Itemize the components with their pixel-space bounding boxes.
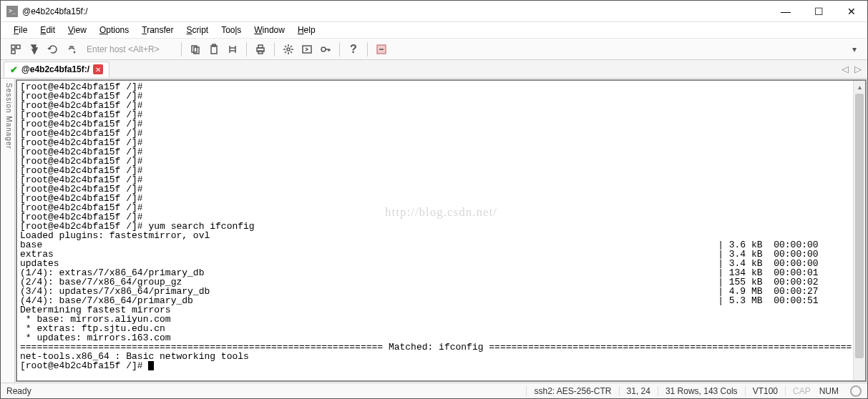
status-dimensions: 31 Rows, 143 Cols — [658, 386, 745, 396]
key-icon[interactable] — [318, 41, 333, 57]
session-tab[interactable]: ✔ @e4b2c4bfa15f:/ ✕ — [4, 61, 109, 77]
quick-connect-icon[interactable] — [26, 41, 42, 57]
menu-edit[interactable]: Edit — [40, 25, 55, 35]
svg-rect-1 — [16, 45, 20, 49]
menu-help[interactable]: Help — [298, 25, 316, 35]
copy-icon[interactable] — [187, 41, 203, 57]
status-num: NUM — [818, 386, 846, 396]
tab-close-icon[interactable]: ✕ — [93, 64, 103, 74]
menu-file[interactable]: File — [14, 25, 27, 35]
settings-icon[interactable] — [281, 41, 296, 57]
maximize-button[interactable]: ☐ — [809, 6, 829, 17]
app-icon — [6, 6, 18, 17]
menu-transfer[interactable]: Transfer — [142, 25, 173, 35]
toolbar-overflow-icon[interactable]: ▾ — [849, 44, 860, 54]
toolbar: Enter host <Alt+R> ? ▾ — [1, 39, 867, 60]
svg-point-10 — [287, 48, 290, 51]
title-bar[interactable]: @e4b2c4bfa15f:/ — ☐ ✕ — [1, 1, 867, 22]
svg-rect-8 — [258, 45, 263, 48]
tab-next-icon[interactable]: ▷ — [852, 64, 864, 74]
menu-window[interactable]: Window — [254, 25, 285, 35]
status-indicator-icon — [850, 385, 862, 397]
status-bar: Ready ssh2: AES-256-CTR 31, 24 31 Rows, … — [1, 383, 867, 398]
menu-view[interactable]: View — [68, 25, 87, 35]
scroll-thumb[interactable] — [855, 94, 864, 358]
session-manager-icon[interactable] — [8, 41, 24, 57]
minimize-button[interactable]: — — [776, 6, 796, 17]
menu-options[interactable]: Options — [99, 25, 129, 35]
menu-script[interactable]: Script — [187, 25, 209, 35]
menu-tools[interactable]: Tools — [221, 25, 241, 35]
tab-bar: ✔ @e4b2c4bfa15f:/ ✕ ◁ ▷ — [1, 60, 867, 79]
svg-rect-0 — [11, 45, 15, 49]
tab-prev-icon[interactable]: ◁ — [839, 64, 852, 74]
help-icon[interactable]: ? — [346, 41, 361, 57]
find-icon[interactable] — [225, 41, 240, 57]
terminal-pane[interactable]: [root@e4b2c4bfa15f /]# [root@e4b2c4bfa15… — [16, 79, 867, 382]
tab-label: @e4b2c4bfa15f:/ — [21, 64, 89, 74]
status-cursor-pos: 31, 24 — [619, 386, 658, 396]
status-term-type: VT100 — [745, 386, 785, 396]
svg-rect-2 — [11, 50, 15, 54]
status-cipher: ssh2: AES-256-CTR — [526, 386, 618, 396]
new-session-icon[interactable] — [299, 41, 315, 57]
svg-rect-9 — [258, 51, 263, 54]
toggle-icon[interactable] — [374, 41, 389, 57]
paste-icon[interactable] — [206, 41, 222, 57]
window-title: @e4b2c4bfa15f:/ — [22, 6, 776, 16]
close-button[interactable]: ✕ — [842, 6, 862, 17]
print-icon[interactable] — [253, 41, 268, 57]
session-manager-sidebar[interactable]: Session Manager — [1, 79, 15, 383]
svg-point-12 — [321, 47, 326, 51]
connected-check-icon: ✔ — [10, 64, 18, 75]
menu-bar: File Edit View Options Transfer Script T… — [1, 22, 867, 39]
scroll-up-icon[interactable]: ▴ — [854, 81, 865, 93]
scrollbar[interactable]: ▴ — [853, 81, 865, 380]
status-ready: Ready — [6, 386, 39, 396]
app-window: @e4b2c4bfa15f:/ — ☐ ✕ File Edit View Opt… — [0, 0, 868, 399]
host-input[interactable]: Enter host <Alt+R> — [82, 43, 175, 56]
disconnect-icon[interactable] — [64, 41, 79, 57]
reconnect-icon[interactable] — [45, 41, 61, 57]
status-cap: CAP — [785, 386, 818, 396]
